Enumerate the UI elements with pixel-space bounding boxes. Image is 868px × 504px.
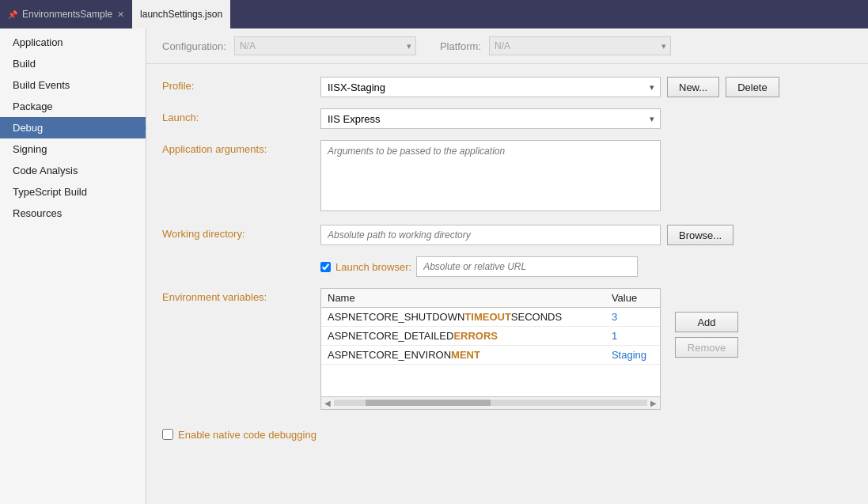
pin-icon: 📌 <box>8 10 17 19</box>
env-side-buttons: Add Remove <box>669 288 738 358</box>
profile-row: Profile: IISX-Staging New... Delete <box>162 77 852 97</box>
env-vars-label: Environment variables: <box>162 288 320 303</box>
env-table-scrollbar: ◀ ▶ <box>321 396 660 409</box>
remove-button[interactable]: Remove <box>675 337 738 358</box>
env-value-cell: Staging <box>605 346 660 365</box>
env-value-cell: 1 <box>605 327 660 346</box>
tab-environments[interactable]: 📌 EnvironmentsSample ✕ <box>0 0 132 28</box>
app-args-label: Application arguments: <box>162 140 320 155</box>
profile-control: IISX-Staging New... Delete <box>320 77 852 97</box>
env-name-cell: ASPNETCORE_SHUTDOWNTIMEOUTSECONDS <box>321 308 605 327</box>
configuration-select-wrapper: N/A <box>234 36 416 55</box>
form-area: Profile: IISX-Staging New... Delete Laun… <box>146 64 868 453</box>
launch-dropdown[interactable]: IIS Express <box>320 108 661 129</box>
app-args-row: Application arguments: <box>162 140 852 214</box>
main-layout: Application Build Build Events Package D… <box>0 28 868 504</box>
env-table: Name Value ASPNETCORE_SHUTDOWNTIMEOUTSEC… <box>321 289 660 396</box>
close-icon[interactable]: ✕ <box>117 9 124 20</box>
table-row[interactable]: ASPNETCORE_DETAILEDERRORS 1 <box>321 327 660 346</box>
sidebar: Application Build Build Events Package D… <box>0 28 146 504</box>
profile-dropdown-wrapper: IISX-Staging <box>320 77 661 97</box>
table-row[interactable]: ASPNETCORE_SHUTDOWNTIMEOUTSECONDS 3 <box>321 308 660 327</box>
launch-browser-spacer <box>162 265 320 268</box>
platform-select[interactable]: N/A <box>489 36 671 55</box>
working-dir-control: Browse... <box>320 225 852 245</box>
sidebar-item-signing[interactable]: Signing <box>0 138 146 160</box>
env-name-cell: ASPNETCORE_DETAILEDERRORS <box>321 327 605 346</box>
content-area: Configuration: N/A Platform: N/A Profile… <box>146 28 868 504</box>
table-row[interactable]: ASPNETCORE_ENVIRONMENT Staging <box>321 346 660 365</box>
tab-launch[interactable]: launchSettings.json <box>132 0 230 28</box>
platform-label: Platform: <box>440 40 481 52</box>
scroll-right-arrow[interactable]: ▶ <box>650 399 657 407</box>
add-button[interactable]: Add <box>675 312 738 332</box>
sidebar-item-application[interactable]: Application <box>0 32 146 53</box>
env-table-empty-row <box>321 365 660 396</box>
working-dir-label: Working directory: <box>162 225 320 240</box>
new-button[interactable]: New... <box>667 77 719 97</box>
launch-dropdown-wrapper: IIS Express <box>320 108 661 129</box>
sidebar-item-typescript-build[interactable]: TypeScript Build <box>0 181 146 203</box>
launch-browser-checkbox[interactable] <box>320 262 331 272</box>
profile-dropdown[interactable]: IISX-Staging <box>320 77 661 97</box>
launch-row: Launch: IIS Express <box>162 108 852 129</box>
sidebar-item-resources[interactable]: Resources <box>0 203 146 224</box>
profile-label: Profile: <box>162 77 320 92</box>
app-args-textarea[interactable] <box>320 140 661 211</box>
launch-browser-label: Launch browser: <box>335 261 411 273</box>
launch-browser-row: Launch browser: <box>162 256 852 277</box>
tab-label: EnvironmentsSample <box>22 9 112 20</box>
launch-label: Launch: <box>162 108 320 123</box>
scroll-thumb <box>366 400 491 406</box>
col-value-header: Value <box>605 289 660 308</box>
env-vars-control: Name Value ASPNETCORE_SHUTDOWNTIMEOUTSEC… <box>320 288 852 410</box>
delete-button[interactable]: Delete <box>726 77 779 97</box>
title-bar: 📌 EnvironmentsSample ✕ launchSettings.js… <box>0 0 868 28</box>
col-name-header: Name <box>321 289 605 308</box>
env-table-container: Name Value ASPNETCORE_SHUTDOWNTIMEOUTSEC… <box>320 288 661 410</box>
launch-control: IIS Express <box>320 108 852 129</box>
config-bar: Configuration: N/A Platform: N/A <box>146 28 868 64</box>
configuration-label: Configuration: <box>162 40 226 52</box>
sidebar-item-debug[interactable]: Debug <box>0 117 146 138</box>
env-table-wrapper: Name Value ASPNETCORE_SHUTDOWNTIMEOUTSEC… <box>320 288 661 410</box>
sidebar-item-build-events[interactable]: Build Events <box>0 74 146 96</box>
env-value-cell: 3 <box>605 308 660 327</box>
sidebar-item-package[interactable]: Package <box>0 96 146 117</box>
working-dir-row: Working directory: Browse... <box>162 225 852 245</box>
launch-browser-control: Launch browser: <box>320 256 852 277</box>
launch-browser-url-input[interactable] <box>416 256 638 277</box>
configuration-select[interactable]: N/A <box>234 36 416 55</box>
enable-native-checkbox[interactable] <box>162 429 173 440</box>
browse-button[interactable]: Browse... <box>667 225 733 245</box>
sidebar-item-code-analysis[interactable]: Code Analysis <box>0 160 146 181</box>
sidebar-item-build[interactable]: Build <box>0 53 146 74</box>
app-args-control <box>320 140 852 214</box>
tab-label: launchSettings.json <box>140 9 222 20</box>
scroll-left-arrow[interactable]: ◀ <box>324 399 331 407</box>
env-vars-row: Environment variables: Name Value <box>162 288 852 410</box>
working-dir-input[interactable] <box>320 225 661 245</box>
enable-native-label: Enable native code debugging <box>178 429 316 441</box>
scroll-track[interactable] <box>334 400 647 406</box>
env-name-cell: ASPNETCORE_ENVIRONMENT <box>321 346 605 365</box>
platform-select-wrapper: N/A <box>489 36 671 55</box>
enable-native-row: Enable native code debugging <box>162 421 852 441</box>
